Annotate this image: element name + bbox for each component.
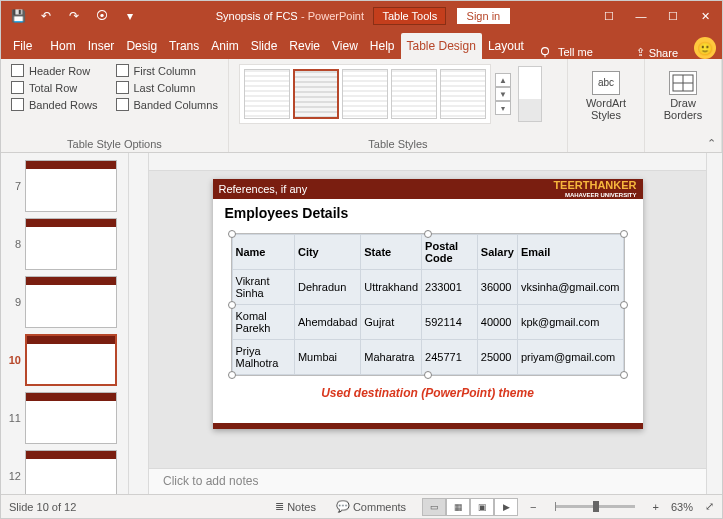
comments-button[interactable]: 💬Comments: [332, 500, 410, 513]
employees-table[interactable]: NameCityStatePostal CodeSalaryEmailVikra…: [232, 234, 624, 375]
wordart-styles-button[interactable]: abc WordArt Styles: [578, 64, 634, 128]
checkbox-first-column[interactable]: First Column: [116, 64, 218, 77]
zoom-in-button[interactable]: +: [653, 501, 659, 513]
table-row[interactable]: Vikrant SinhaDehradunUttrakhand233001360…: [232, 270, 623, 305]
zoom-slider[interactable]: [555, 505, 635, 508]
table-cell[interactable]: kpk@gmail.com: [517, 305, 623, 340]
table-cell[interactable]: Gujrat: [361, 305, 422, 340]
redo-button[interactable]: ↷: [61, 3, 87, 29]
shading-button[interactable]: [518, 66, 542, 122]
tab-layout[interactable]: Layout: [482, 33, 530, 59]
table-header[interactable]: Postal Code: [422, 235, 478, 270]
tell-me-search[interactable]: Tell me: [530, 45, 601, 59]
ribbon-display-button[interactable]: ☐: [596, 4, 622, 28]
slide-title[interactable]: Employees Details: [213, 199, 643, 227]
gallery-more-button[interactable]: ▾: [495, 101, 511, 115]
table-row[interactable]: Komal ParekhAhemdabadGujrat59211440000kp…: [232, 305, 623, 340]
zoom-out-button[interactable]: −: [530, 501, 536, 513]
table-cell[interactable]: 25000: [477, 340, 517, 375]
resize-handle[interactable]: [620, 371, 628, 379]
table-row[interactable]: Priya MalhotraMumbaiMaharatra24577125000…: [232, 340, 623, 375]
table-cell[interactable]: Maharatra: [361, 340, 422, 375]
table-cell[interactable]: 245771: [422, 340, 478, 375]
draw-borders-button[interactable]: Draw Borders: [655, 64, 711, 128]
table-header[interactable]: Name: [232, 235, 294, 270]
fit-to-window-button[interactable]: ⤢: [705, 500, 714, 513]
tab-transitions[interactable]: Trans: [163, 33, 205, 59]
vertical-scrollbar[interactable]: [706, 153, 722, 494]
table-style-option[interactable]: [391, 69, 437, 119]
table-styles-gallery[interactable]: [239, 64, 491, 124]
resize-handle[interactable]: [424, 371, 432, 379]
normal-view-button[interactable]: ▭: [422, 498, 446, 516]
tab-animations[interactable]: Anim: [205, 33, 244, 59]
thumbnail-slide-12[interactable]: 12: [1, 447, 128, 494]
notes-button[interactable]: ≣Notes: [271, 500, 320, 513]
table-cell[interactable]: Ahemdabad: [294, 305, 360, 340]
tab-view[interactable]: View: [326, 33, 364, 59]
thumbnail-slide-8[interactable]: 8: [1, 215, 128, 273]
tab-design[interactable]: Desig: [120, 33, 163, 59]
resize-handle[interactable]: [228, 301, 236, 309]
slide-thumbnails-panel[interactable]: 789101112: [1, 153, 129, 494]
table-object[interactable]: NameCityStatePostal CodeSalaryEmailVikra…: [231, 233, 625, 376]
tab-insert[interactable]: Inser: [82, 33, 121, 59]
table-cell[interactable]: 233001: [422, 270, 478, 305]
table-cell[interactable]: Vikrant Sinha: [232, 270, 294, 305]
table-style-option[interactable]: [293, 69, 339, 119]
undo-button[interactable]: ↶: [33, 3, 59, 29]
sign-in-button[interactable]: Sign in: [456, 7, 512, 25]
resize-handle[interactable]: [620, 301, 628, 309]
share-button[interactable]: ⇪ Share: [626, 46, 688, 59]
table-header[interactable]: Email: [517, 235, 623, 270]
reading-view-button[interactable]: ▣: [470, 498, 494, 516]
resize-handle[interactable]: [620, 230, 628, 238]
resize-handle[interactable]: [424, 230, 432, 238]
checkbox-total-row[interactable]: Total Row: [11, 81, 98, 94]
table-cell[interactable]: 36000: [477, 270, 517, 305]
zoom-level[interactable]: 63%: [671, 501, 693, 513]
slide-canvas[interactable]: References, if any TEERTHANKERMAHAVEER U…: [149, 171, 706, 468]
thumbnail-slide-11[interactable]: 11: [1, 389, 128, 447]
table-cell[interactable]: Uttrakhand: [361, 270, 422, 305]
collapse-ribbon-button[interactable]: ⌃: [707, 137, 716, 150]
table-header[interactable]: State: [361, 235, 422, 270]
checkbox-header-row[interactable]: Header Row: [11, 64, 98, 77]
table-cell[interactable]: 40000: [477, 305, 517, 340]
table-cell[interactable]: Komal Parekh: [232, 305, 294, 340]
save-button[interactable]: 💾: [5, 3, 31, 29]
tab-help[interactable]: Help: [364, 33, 401, 59]
table-cell[interactable]: vksinha@gmail.com: [517, 270, 623, 305]
notes-pane[interactable]: Click to add notes: [149, 468, 706, 494]
minimize-button[interactable]: —: [628, 4, 654, 28]
tab-file[interactable]: File: [1, 33, 44, 59]
qat-more-button[interactable]: ▾: [117, 3, 143, 29]
maximize-button[interactable]: ☐: [660, 4, 686, 28]
thumbnail-slide-7[interactable]: 7: [1, 157, 128, 215]
gallery-down-button[interactable]: ▼: [495, 87, 511, 101]
tab-review[interactable]: Revie: [283, 33, 326, 59]
tab-home[interactable]: Hom: [44, 33, 81, 59]
resize-handle[interactable]: [228, 371, 236, 379]
checkbox-banded-rows[interactable]: Banded Rows: [11, 98, 98, 111]
tab-slideshow[interactable]: Slide: [245, 33, 284, 59]
table-style-option[interactable]: [440, 69, 486, 119]
thumbnail-slide-9[interactable]: 9: [1, 273, 128, 331]
tab-table-design[interactable]: Table Design: [401, 33, 482, 59]
table-cell[interactable]: priyam@gmail.com: [517, 340, 623, 375]
checkbox-last-column[interactable]: Last Column: [116, 81, 218, 94]
table-cell[interactable]: Mumbai: [294, 340, 360, 375]
table-style-option[interactable]: [342, 69, 388, 119]
table-header[interactable]: City: [294, 235, 360, 270]
feedback-button[interactable]: 🙂: [694, 37, 716, 59]
checkbox-banded-columns[interactable]: Banded Columns: [116, 98, 218, 111]
sorter-view-button[interactable]: ▦: [446, 498, 470, 516]
table-cell[interactable]: 592114: [422, 305, 478, 340]
thumbnail-slide-10[interactable]: 10: [1, 331, 128, 389]
table-cell[interactable]: Dehradun: [294, 270, 360, 305]
table-cell[interactable]: Priya Malhotra: [232, 340, 294, 375]
table-header[interactable]: Salary: [477, 235, 517, 270]
start-slideshow-button[interactable]: ⦿: [89, 3, 115, 29]
slide-counter[interactable]: Slide 10 of 12: [9, 501, 76, 513]
close-button[interactable]: ✕: [692, 4, 718, 28]
